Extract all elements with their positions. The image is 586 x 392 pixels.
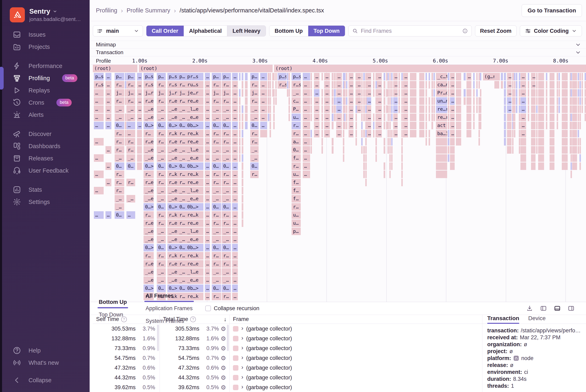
flame-cell[interactable] [425,106,427,113]
flame-cell[interactable]: … [232,138,238,146]
flame-cell[interactable]: … [403,114,408,121]
flame-cell[interactable]: _… [212,114,221,121]
reset-zoom-button[interactable]: Reset Zoom [475,26,517,36]
flame-cell[interactable] [572,162,577,170]
flame-cell[interactable] [558,73,560,80]
flame-cell[interactable]: … [324,130,330,138]
flame-cell[interactable] [401,89,403,97]
gear-icon[interactable]: ⚙ [219,354,228,362]
flame-cell[interactable] [433,73,435,80]
flame-cell[interactable] [401,81,403,88]
flame-cell[interactable] [519,146,520,154]
flame-cell[interactable] [538,138,544,146]
flame-cell[interactable] [572,89,577,97]
flame-cell[interactable]: … [137,73,142,80]
flame-cell[interactable]: _e…e [186,276,203,284]
flame-cell[interactable] [273,89,275,97]
flame-cell[interactable]: … [314,106,319,113]
flame-cell[interactable]: … [403,106,408,113]
table-row-self[interactable]: 305.53ms3.7% [93,324,160,334]
flame-cell[interactable]: r…s [278,81,286,88]
flame-cell[interactable]: … [366,130,371,138]
flame-cell[interactable]: … [393,130,398,138]
flame-cell[interactable] [476,106,478,113]
flame-cell[interactable] [125,130,126,138]
flame-cell[interactable] [531,89,535,97]
flame-cell[interactable] [270,130,271,138]
expand-chevron-icon[interactable]: › [241,364,244,372]
flame-cell[interactable]: r… [157,170,166,178]
flame-cell[interactable] [375,138,377,146]
flame-cell[interactable] [557,106,558,113]
flame-cell[interactable] [549,81,554,88]
flame-cell[interactable] [311,73,312,80]
flame-cell[interactable] [558,97,560,105]
flame-cell[interactable] [387,97,389,105]
flame-cell[interactable]: p… [292,228,301,235]
flame-cell[interactable] [473,81,475,88]
flame-cell[interactable] [562,81,568,88]
flame-cell[interactable]: … [520,122,526,129]
flame-cell[interactable]: … [450,114,455,121]
flame-cell[interactable] [448,97,449,105]
go-to-transaction-button[interactable]: Go to Transaction [522,4,582,17]
flame-cell[interactable] [321,97,323,105]
flame-cell[interactable]: 0… [178,244,186,251]
flame-cell[interactable]: … [466,73,471,80]
flame-cell[interactable] [429,97,430,105]
flame-cell[interactable] [355,106,357,113]
flame-cell[interactable] [401,122,403,129]
flame-cell[interactable] [504,89,506,97]
flame-cell[interactable] [344,81,346,88]
flame-cell[interactable] [391,146,393,154]
flame-cell[interactable]: … [94,122,104,129]
flame-cell[interactable] [125,138,126,146]
flame-cell[interactable] [363,130,365,138]
flame-cell[interactable]: r…k [167,130,178,138]
flame-cell[interactable] [494,81,499,88]
flame-cell[interactable] [557,73,558,80]
flame-cell[interactable] [401,179,403,186]
flame-cell[interactable] [332,81,334,88]
table-row-self[interactable]: 44.32ms0.5% [93,373,160,382]
flame-cell[interactable]: … [94,114,104,121]
flame-cell[interactable]: r…e [144,220,154,227]
flame-cell[interactable] [384,138,385,146]
flame-cell[interactable] [507,122,511,129]
flame-cell[interactable] [321,89,323,97]
flame-cell[interactable]: … [450,73,455,80]
flame-cell[interactable] [562,89,568,97]
tab-top-down[interactable]: Top Down [96,308,130,321]
flame-cell[interactable] [410,73,416,80]
flame-cell[interactable] [384,89,385,97]
flame-cell[interactable] [536,73,537,80]
chevron-down-icon[interactable] [575,42,581,48]
flame-cell[interactable]: p…s [278,73,286,80]
flame-cell[interactable]: _… [157,236,166,243]
flame-cell[interactable] [401,97,403,105]
flame-cell[interactable] [270,73,271,80]
flame-cell[interactable] [578,122,579,129]
flame-cell[interactable]: … [205,211,210,219]
flame-cell[interactable]: … [377,89,382,97]
flame-cell[interactable] [239,73,240,80]
flame-cell[interactable]: _… [115,106,124,113]
flame-cell[interactable]: r… [178,252,186,260]
flame-cell[interactable]: _… [212,236,221,243]
flame-cell[interactable] [536,89,537,97]
flame-cell[interactable]: r…s [94,81,104,88]
flame-cell[interactable] [536,138,537,146]
flame-cell[interactable] [507,114,511,121]
sidebar-item-dashboards[interactable]: Dashboards [2,140,90,152]
flame-cell[interactable] [520,162,526,170]
flame-cell[interactable]: _…e [167,187,178,194]
flame-cell[interactable] [562,114,568,121]
flame-cell[interactable] [448,154,449,162]
flame-cell[interactable] [375,73,377,80]
flame-cell[interactable] [289,81,290,88]
flame-cell[interactable] [355,81,357,88]
flame-cell[interactable]: … [205,195,210,202]
flame-cell[interactable] [507,130,511,138]
flame-cell[interactable] [384,114,385,121]
flame-cell[interactable] [287,89,288,97]
